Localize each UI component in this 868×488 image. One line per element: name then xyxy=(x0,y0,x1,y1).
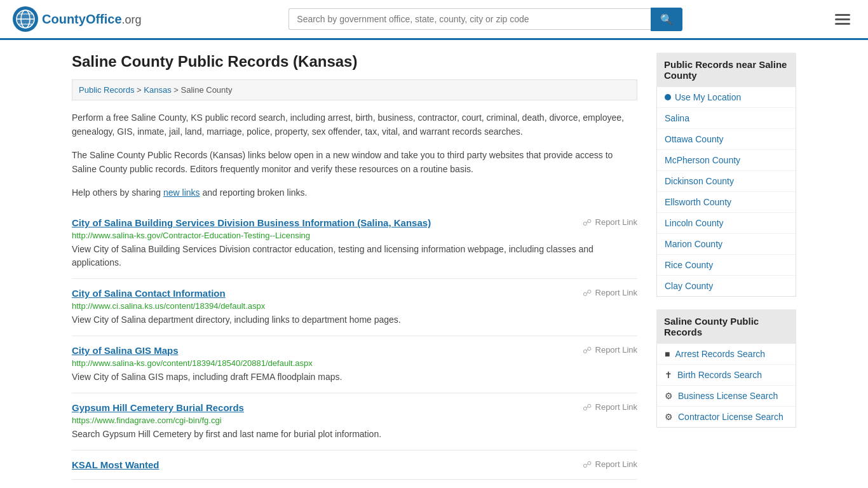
nearby-ottawa[interactable]: Ottawa County xyxy=(657,129,796,150)
logo-text: CountyOffice.org xyxy=(42,12,142,27)
result-desc-0: View City of Salina Building Services Di… xyxy=(72,243,637,269)
results-list: City of Salina Building Services Divisio… xyxy=(72,208,637,480)
nearby-section: Public Records near Saline County Use My… xyxy=(656,53,796,297)
result-desc-1: View City of Salina department directory… xyxy=(72,313,637,327)
business-icon: ⚙ xyxy=(665,391,673,401)
description-1: Perform a free Saline County, KS public … xyxy=(72,111,637,139)
arrest-icon: ■ xyxy=(665,349,670,359)
result-item: City of Salina GIS Maps ☍ Report Link ht… xyxy=(72,336,637,393)
description-2: The Saline County Public Records (Kansas… xyxy=(72,148,637,177)
result-item: KSAL Most Wanted ☍ Report Link xyxy=(72,451,637,480)
new-links-link[interactable]: new links xyxy=(163,187,200,198)
nearby-clay[interactable]: Clay County xyxy=(657,276,796,296)
report-icon-4: ☍ xyxy=(583,459,592,470)
report-icon-3: ☍ xyxy=(583,402,592,412)
report-link-2[interactable]: ☍ Report Link xyxy=(583,345,637,355)
nearby-header: Public Records near Saline County xyxy=(656,53,796,87)
result-title-4[interactable]: KSAL Most Wanted xyxy=(72,459,159,470)
nearby-salina[interactable]: Salina xyxy=(657,108,796,129)
left-content: Saline County Public Records (Kansas) Pu… xyxy=(72,53,637,480)
use-location-item[interactable]: Use My Location xyxy=(657,87,796,108)
report-link-0[interactable]: ☍ Report Link xyxy=(583,217,637,227)
result-title[interactable]: City of Salina Building Services Divisio… xyxy=(72,217,431,228)
contractor-license-item[interactable]: ⚙ Contractor License Search xyxy=(657,407,796,427)
breadcrumb-current: Saline County xyxy=(181,85,233,95)
records-header: Saline County Public Records xyxy=(656,309,796,344)
breadcrumb-link-kansas[interactable]: Kansas xyxy=(144,85,171,95)
use-location-link[interactable]: Use My Location xyxy=(675,92,741,102)
result-title-2[interactable]: City of Salina GIS Maps xyxy=(72,345,179,356)
arrest-records-item[interactable]: ■ Arrest Records Search xyxy=(657,344,796,365)
contractor-icon: ⚙ xyxy=(665,412,673,422)
birth-records-item[interactable]: ✝ Birth Records Search xyxy=(657,365,796,386)
records-section: Saline County Public Records ■ Arrest Re… xyxy=(656,309,796,428)
result-title-3[interactable]: Gypsum Hill Cemetery Burial Records xyxy=(72,402,244,413)
result-item: City of Salina Building Services Divisio… xyxy=(72,208,637,279)
search-area: 🔍 xyxy=(288,8,682,31)
logo-icon xyxy=(13,6,38,32)
logo-area[interactable]: CountyOffice.org xyxy=(13,6,142,32)
nearby-ellsworth[interactable]: Ellsworth County xyxy=(657,192,796,213)
main-container: Saline County Public Records (Kansas) Pu… xyxy=(59,40,809,488)
breadcrumb: Public Records > Kansas > Saline County xyxy=(72,79,637,100)
menu-button[interactable] xyxy=(830,11,855,27)
result-url-2[interactable]: http://www.salina-ks.gov/content/18394/1… xyxy=(72,358,637,368)
report-link-4[interactable]: ☍ Report Link xyxy=(583,459,637,470)
nearby-dickinson[interactable]: Dickinson County xyxy=(657,171,796,192)
description-3: Help others by sharing new links and rep… xyxy=(72,186,637,200)
result-desc-2: View City of Salina GIS maps, including … xyxy=(72,370,637,384)
search-icon: 🔍 xyxy=(660,14,673,25)
nearby-mcpherson[interactable]: McPherson County xyxy=(657,150,796,171)
result-url-1[interactable]: http://www.ci.salina.ks.us/content/18394… xyxy=(72,301,637,311)
result-url-0[interactable]: http://www.salina-ks.gov/Contractor-Educ… xyxy=(72,231,637,240)
right-sidebar: Public Records near Saline County Use My… xyxy=(656,53,796,480)
business-license-item[interactable]: ⚙ Business License Search xyxy=(657,386,796,407)
result-item: Gypsum Hill Cemetery Burial Records ☍ Re… xyxy=(72,393,637,451)
result-item: City of Salina Contact Information ☍ Rep… xyxy=(72,279,637,336)
report-icon-1: ☍ xyxy=(583,288,592,298)
result-title-1[interactable]: City of Salina Contact Information xyxy=(72,288,226,299)
report-icon-2: ☍ xyxy=(583,345,592,355)
birth-icon: ✝ xyxy=(665,370,672,380)
nearby-rice[interactable]: Rice County xyxy=(657,255,796,276)
nearby-lincoln[interactable]: Lincoln County xyxy=(657,213,796,234)
report-link-3[interactable]: ☍ Report Link xyxy=(583,402,637,412)
page-title: Saline County Public Records (Kansas) xyxy=(72,53,637,71)
search-button[interactable]: 🔍 xyxy=(651,8,682,31)
result-url-3[interactable]: https://www.findagrave.com/cgi-bin/fg.cg… xyxy=(72,416,637,425)
result-desc-3: Search Gypsum Hill Cemetery by first and… xyxy=(72,428,637,441)
report-link-1[interactable]: ☍ Report Link xyxy=(583,288,637,298)
report-icon: ☍ xyxy=(583,217,592,227)
search-input[interactable] xyxy=(288,8,651,30)
breadcrumb-link-public-records[interactable]: Public Records xyxy=(79,85,134,95)
nearby-list: Use My Location Salina Ottawa County McP… xyxy=(656,87,796,297)
location-icon xyxy=(665,94,671,100)
breadcrumb-sep-1: > xyxy=(137,85,144,95)
records-list: ■ Arrest Records Search ✝ Birth Records … xyxy=(656,344,796,428)
nearby-marion[interactable]: Marion County xyxy=(657,234,796,255)
breadcrumb-sep-2: > xyxy=(173,85,180,95)
site-header: CountyOffice.org 🔍 xyxy=(0,0,868,40)
